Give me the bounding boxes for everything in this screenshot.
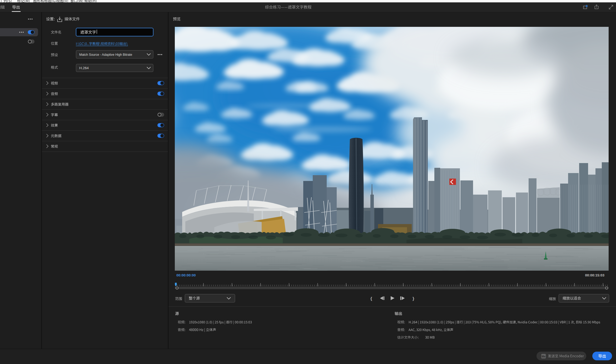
svg-text:00:00:00:00: 00:00:00:00 <box>176 273 196 277</box>
svg-text:}: } <box>413 296 414 301</box>
svg-text:{: { <box>370 296 372 301</box>
svg-text:H.264: H.264 <box>79 66 89 70</box>
svg-text:00:00:15:03: 00:00:15:03 <box>585 273 604 277</box>
svg-text:Match Source - Adaptive High B: Match Source - Adaptive High Bitrate <box>79 53 132 57</box>
svg-text:Me: Me <box>542 355 545 358</box>
